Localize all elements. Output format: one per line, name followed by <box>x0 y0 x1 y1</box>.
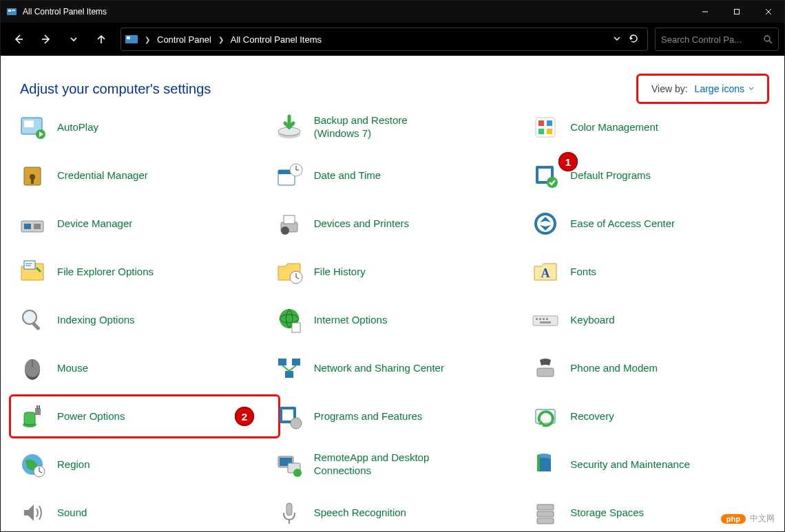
item-label: Network and Sharing Center <box>314 362 444 375</box>
control-panel-item[interactable]: File History <box>270 254 483 290</box>
control-panel-item[interactable]: AutoPlay <box>13 111 227 145</box>
svg-rect-63 <box>278 359 286 365</box>
back-button[interactable] <box>6 27 31 52</box>
items-grid: AutoPlayBackup and Restore (Windows 7)Co… <box>13 111 777 531</box>
control-panel-item[interactable]: Sound <box>13 495 227 531</box>
item-label: Mouse <box>57 362 88 375</box>
svg-rect-90 <box>537 504 554 510</box>
up-button[interactable] <box>89 27 114 52</box>
control-panel-item[interactable]: Date and Time <box>270 158 483 193</box>
svg-rect-53 <box>292 323 300 332</box>
power-opts-icon <box>17 401 48 432</box>
view-by-selector[interactable]: View by: Large icons <box>640 76 765 101</box>
minimize-button[interactable] <box>689 1 721 23</box>
control-panel-item[interactable]: Speech Recognition <box>270 495 483 531</box>
control-panel-item[interactable]: Recovery <box>526 398 740 434</box>
control-panel-item[interactable]: Phone and Modem <box>526 350 740 386</box>
recent-locations-button[interactable] <box>61 27 86 52</box>
control-panel-item[interactable]: Network and Sharing Center <box>270 350 483 386</box>
svg-rect-15 <box>24 120 34 127</box>
control-panel-icon <box>125 34 138 44</box>
control-panel-item[interactable]: File Explorer Options <box>13 254 227 290</box>
control-panel-item[interactable]: Default Programs <box>526 158 740 193</box>
item-label: Devices and Printers <box>314 217 409 231</box>
control-panel-item[interactable]: Indexing Options <box>13 302 227 338</box>
maximize-button[interactable] <box>721 1 753 23</box>
control-panel-item[interactable]: AFonts <box>526 254 740 290</box>
search-input[interactable]: Search Control Pa... <box>655 28 779 51</box>
control-panel-item[interactable]: Internet Options <box>270 302 483 338</box>
control-panel-item[interactable]: Device Manager <box>13 206 227 242</box>
control-panel-item[interactable]: Region <box>13 447 227 482</box>
svg-point-12 <box>764 36 770 41</box>
chevron-right-icon: ❯ <box>218 36 224 43</box>
control-panel-item[interactable]: Security and Maintenance <box>526 447 740 482</box>
watermark-badge: php <box>721 514 746 524</box>
credential-icon <box>17 160 48 191</box>
item-label: Fonts <box>570 266 596 279</box>
svg-rect-65 <box>285 371 293 378</box>
item-label: Ease of Access Center <box>570 217 675 231</box>
backup-icon <box>274 112 304 142</box>
item-label: File History <box>314 266 366 279</box>
svg-line-67 <box>289 365 296 371</box>
internet-opts-icon <box>274 305 304 335</box>
file-explorer-opts-icon <box>17 257 48 287</box>
svg-rect-68 <box>537 368 554 376</box>
content-area: Adjust your computer's settings View by:… <box>1 56 784 531</box>
svg-rect-27 <box>31 178 34 184</box>
svg-rect-4 <box>735 10 740 14</box>
address-dropdown-button[interactable] <box>613 34 621 45</box>
breadcrumb-root[interactable]: Control Panel <box>157 34 211 45</box>
titlebar: All Control Panel Items <box>1 1 784 23</box>
svg-point-49 <box>23 310 36 324</box>
svg-rect-57 <box>543 318 545 320</box>
control-panel-item[interactable]: Power Options2 <box>13 398 227 434</box>
svg-text:A: A <box>541 266 550 280</box>
svg-rect-44 <box>24 261 35 269</box>
svg-rect-59 <box>540 321 551 323</box>
item-label: Power Options <box>57 410 125 423</box>
svg-rect-56 <box>539 318 541 320</box>
refresh-button[interactable] <box>628 33 639 46</box>
control-panel-item[interactable]: Keyboard <box>526 302 740 338</box>
control-panel-item[interactable]: RemoteApp and Desktop Connections <box>270 447 483 482</box>
control-panel-item[interactable]: Ease of Access Center <box>526 206 740 242</box>
svg-rect-88 <box>286 503 292 515</box>
items-scroll-area[interactable]: AutoPlayBackup and Restore (Windows 7)Co… <box>1 111 784 531</box>
item-label: Keyboard <box>570 314 614 327</box>
svg-rect-54 <box>533 316 558 326</box>
breadcrumb-current[interactable]: All Control Panel Items <box>231 34 322 45</box>
svg-line-13 <box>769 41 772 43</box>
control-panel-item[interactable]: Credential Manager <box>13 158 227 193</box>
control-panel-item[interactable]: Backup and Restore (Windows 7) <box>270 111 483 145</box>
item-label: Programs and Features <box>314 410 423 423</box>
color-mgmt-icon <box>530 112 561 142</box>
control-panel-item[interactable]: Color Management <box>526 111 740 145</box>
svg-rect-71 <box>35 408 41 415</box>
svg-rect-73 <box>39 405 40 409</box>
devices-printers-icon <box>274 209 304 239</box>
control-panel-item[interactable]: Devices and Printers <box>270 206 483 242</box>
address-bar[interactable]: ❯ Control Panel ❯ All Control Panel Item… <box>121 28 648 51</box>
control-panel-item[interactable]: Mouse <box>13 350 227 386</box>
item-label: Recovery <box>570 410 614 423</box>
svg-rect-64 <box>292 359 300 365</box>
speech-icon <box>274 498 304 528</box>
phone-modem-icon <box>530 353 561 383</box>
close-button[interactable] <box>753 1 784 23</box>
control-panel-item[interactable]: Storage Spaces <box>526 495 740 531</box>
item-label: Storage Spaces <box>570 507 644 520</box>
view-by-value[interactable]: Large icons <box>695 83 754 94</box>
svg-rect-55 <box>536 318 538 320</box>
forward-button[interactable] <box>34 27 59 52</box>
item-label: Security and Maintenance <box>570 458 689 471</box>
svg-line-66 <box>282 365 289 371</box>
control-panel-item[interactable]: Programs and Features <box>270 398 483 434</box>
svg-rect-37 <box>24 224 31 229</box>
svg-rect-72 <box>36 405 38 409</box>
item-label: Region <box>57 458 90 471</box>
search-icon <box>763 34 773 44</box>
item-label: Credential Manager <box>57 169 148 182</box>
svg-rect-21 <box>538 120 544 126</box>
